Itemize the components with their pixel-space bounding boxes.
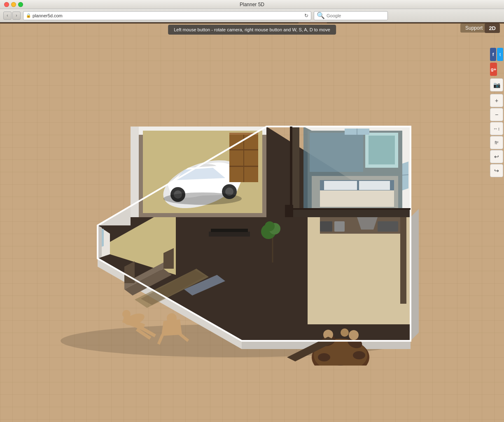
svg-marker-73 (369, 136, 395, 164)
svg-marker-82 (402, 162, 408, 190)
svg-marker-15 (291, 209, 411, 217)
minimize-button[interactable] (11, 2, 16, 7)
main-viewport[interactable]: f t g+ 📷 + − ↔↕ ft² ↩ ↪ (0, 23, 504, 422)
url-input[interactable] (33, 13, 303, 18)
refresh-icon[interactable]: ↻ (304, 13, 308, 19)
svg-point-59 (353, 351, 365, 359)
svg-marker-66 (400, 217, 406, 304)
zoom-out-button[interactable]: − (490, 108, 503, 121)
social-share-row-2: g+ (490, 63, 503, 76)
svg-rect-69 (320, 221, 332, 232)
undo-button[interactable]: ↩ (490, 150, 503, 163)
maximize-button[interactable] (18, 2, 23, 7)
search-bar[interactable]: 🔍 (314, 11, 388, 20)
search-icon: 🔍 (317, 12, 325, 19)
svg-point-26 (163, 192, 242, 205)
browser-titlebar: Planner 5D (0, 0, 504, 9)
forward-button[interactable]: › (12, 12, 21, 20)
svg-point-63 (341, 328, 349, 337)
google-plus-button[interactable]: g+ (490, 63, 497, 76)
svg-point-62 (349, 330, 359, 340)
search-input[interactable] (327, 13, 385, 18)
twitter-share-button[interactable]: t (497, 48, 503, 61)
lock-icon: 🔒 (26, 13, 31, 18)
facebook-share-button[interactable]: f (490, 48, 496, 61)
close-button[interactable] (4, 2, 9, 7)
social-share-row: f t (490, 48, 503, 61)
address-bar[interactable]: 🔒 ↻ (23, 11, 311, 20)
svg-marker-48 (161, 319, 182, 336)
svg-rect-33 (211, 229, 248, 232)
svg-marker-79 (359, 181, 390, 190)
svg-rect-30 (229, 149, 258, 150)
view-2d-button[interactable]: 2D (485, 23, 500, 33)
svg-rect-68 (378, 221, 398, 232)
support-button[interactable]: Support (460, 23, 488, 33)
right-toolbar: f t g+ 📷 + − ↔↕ ft² ↩ ↪ (489, 47, 504, 178)
back-button[interactable]: ‹ (3, 12, 12, 20)
svg-marker-74 (310, 133, 363, 172)
house-3d-view[interactable] (48, 44, 419, 366)
fit-screen-button[interactable]: ↔↕ (490, 122, 503, 135)
svg-rect-70 (334, 221, 345, 232)
nav-arrows: ‹ › (3, 12, 21, 20)
svg-marker-10 (411, 209, 419, 341)
measure-button[interactable]: ft² (490, 136, 503, 149)
house-svg (48, 44, 419, 366)
camera-button[interactable]: 📷 (490, 78, 503, 91)
browser-toolbar: ‹ › 🔒 ↻ 🔍 (0, 9, 504, 22)
zoom-in-button[interactable]: + (490, 94, 503, 107)
svg-point-58 (318, 353, 330, 361)
svg-marker-78 (324, 181, 357, 190)
svg-point-37 (265, 221, 275, 231)
window-controls (4, 2, 23, 7)
browser-window: Planner 5D ‹ › 🔒 ↻ 🔍 (0, 0, 504, 22)
svg-rect-31 (229, 166, 258, 167)
controls-tooltip: Left mouse button - rotate camera, right… (168, 25, 336, 35)
window-title: Planner 5D (240, 2, 264, 7)
svg-rect-32 (209, 232, 250, 237)
redo-button[interactable]: ↪ (490, 164, 503, 177)
